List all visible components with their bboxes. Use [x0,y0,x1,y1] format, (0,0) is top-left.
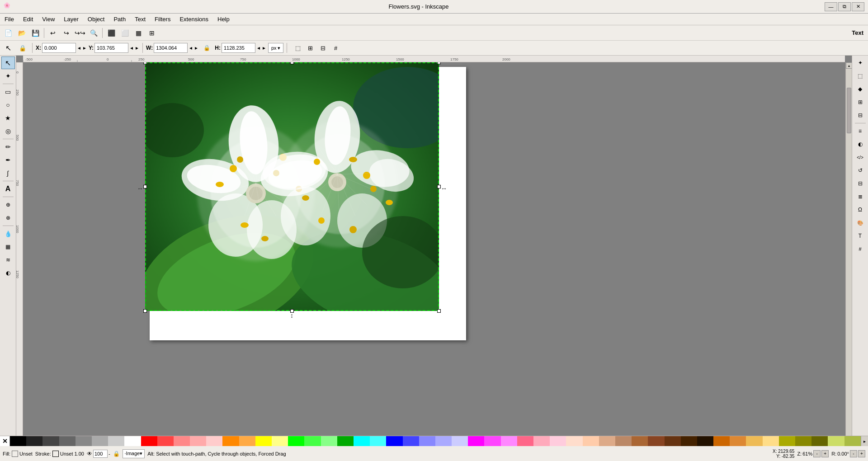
node-edit-tool-button[interactable]: ✦ [1,70,15,82]
vscroll-thumb[interactable] [847,88,851,133]
right-panel-btn-12[interactable]: Ω [854,203,867,216]
w-increment[interactable]: ▸ [194,45,198,51]
align-left-button[interactable]: ⬛ [105,27,118,39]
y-increment[interactable]: ▸ [135,45,139,51]
vscroll-up[interactable]: ▴ [846,62,852,69]
right-panel-btn-15[interactable]: # [854,243,867,255]
handle-bot-right[interactable] [437,309,441,313]
transform-btn-1[interactable]: ⬚ [292,42,304,53]
h-increment[interactable]: ▸ [262,45,266,51]
opacity-input[interactable] [93,450,108,458]
transform-btn-4[interactable]: # [330,42,342,53]
menu-text[interactable]: Text [130,14,150,25]
handle-top-left[interactable] [143,62,147,64]
handle-top-center[interactable] [290,62,294,64]
spray-tool-button[interactable]: ⊕ [1,198,15,211]
right-panel-btn-2[interactable]: ⬚ [854,70,867,82]
handle-mid-right[interactable] [437,185,441,188]
close-button[interactable]: ✕ [852,2,864,11]
text-tool-button[interactable]: A [1,183,15,195]
flower-image[interactable]: ↕ ↔ ↔ ↕ [145,62,439,311]
stroke-swatch[interactable] [52,451,59,457]
rotate-decrement[interactable]: - [850,450,857,457]
right-panel-btn-8[interactable]: </> [854,151,867,164]
w-decrement[interactable]: ◂ [189,45,193,51]
image-type-selector[interactable]: ·Image▾ [123,449,145,458]
y-input[interactable] [94,43,128,53]
right-panel-btn-5[interactable]: ⊟ [854,109,867,122]
palette-scroll-right[interactable]: ▸ [861,436,868,446]
arrow-right[interactable]: ↔ [441,185,447,192]
align-top-button[interactable]: ⊞ [146,27,158,39]
zoom-increment[interactable]: + [821,450,829,457]
arrow-left[interactable]: ↔ [137,185,143,192]
menu-layer[interactable]: Layer [59,14,83,25]
zoom-button[interactable]: 🔍 [87,27,100,39]
menu-edit[interactable]: Edit [19,14,38,25]
unit-selector[interactable]: px ▾ [268,43,283,53]
lock-button[interactable]: 🔒 [16,42,29,54]
x-increment[interactable]: ▸ [82,45,87,51]
handle-mid-left[interactable] [143,185,147,188]
eyedropper-button[interactable]: 💧 [1,227,15,240]
right-panel-btn-11[interactable]: ≣ [854,190,867,203]
star-tool-button[interactable]: ★ [1,112,15,124]
h-input[interactable] [222,43,255,53]
right-panel-btn-4[interactable]: ⊞ [854,96,867,108]
menu-path[interactable]: Path [109,14,130,25]
handle-top-right[interactable] [437,62,441,64]
no-color-button[interactable]: ✕ [0,436,10,446]
menu-filters[interactable]: Filters [150,14,175,25]
spiral-tool-button[interactable]: ◎ [1,125,15,137]
fill-indicator[interactable]: Fill: Unset [3,451,33,457]
menu-extensions[interactable]: Extensions [175,14,213,25]
paint-tool-button[interactable]: ▦ [1,240,15,253]
lock-aspect-button[interactable]: 🔒 [200,42,213,54]
calligraphy-tool-button[interactable]: ∫ [1,167,15,179]
vertical-scrollbar[interactable]: ▴ ▾ [845,62,852,455]
right-panel-btn-10[interactable]: ⊟ [854,177,867,190]
right-panel-btn-13[interactable]: 🎨 [854,216,867,229]
redo2-button[interactable]: ↪↪ [74,27,86,39]
new-button[interactable]: 📄 [2,27,14,39]
paint-bucket-button[interactable]: ⊗ [1,212,15,224]
select-indicator[interactable]: ↖ [2,42,14,54]
handle-bot-left[interactable] [143,309,147,313]
vscroll-track[interactable] [846,69,852,449]
menu-help[interactable]: Help [213,14,234,25]
smudge-tool-button[interactable]: ≋ [1,254,15,266]
x-input[interactable] [42,43,76,53]
right-panel-btn-3[interactable]: ◆ [854,83,867,95]
maximize-button[interactable]: ⧉ [838,2,851,11]
stroke-indicator[interactable]: Stroke: Unset 1.00 [35,451,84,457]
select-tool-button[interactable]: ↖ [1,56,15,69]
transform-btn-3[interactable]: ⊟ [317,42,329,53]
menu-view[interactable]: View [38,14,59,25]
arrow-bottom[interactable]: ↕ [290,312,293,319]
canvas-viewport[interactable]: ↕ ↔ ↔ ↕ [23,62,845,455]
rect-tool-button[interactable]: ▭ [1,85,15,98]
y-decrement[interactable]: ◂ [129,45,134,51]
right-panel-btn-1[interactable]: ✦ [854,56,867,69]
menu-file[interactable]: File [0,14,19,25]
align-right-button[interactable]: ▦ [132,27,145,39]
right-panel-btn-14[interactable]: T [854,230,867,242]
x-decrement[interactable]: ◂ [77,45,81,51]
align-center-button[interactable]: ⬜ [118,27,131,39]
undo-button[interactable]: ↩ [47,27,59,39]
menu-object[interactable]: Object [83,14,109,25]
right-panel-btn-7[interactable]: ◐ [854,138,867,151]
save-button[interactable]: 💾 [29,27,42,39]
transform-btn-2[interactable]: ⊞ [305,42,316,53]
gradient-tool-button[interactable]: ◐ [1,267,15,279]
open-button[interactable]: 📂 [15,27,28,39]
w-input[interactable] [154,43,188,53]
fill-swatch[interactable] [12,451,18,457]
right-panel-btn-9[interactable]: ↺ [854,164,867,177]
color-palette[interactable] [10,436,861,446]
minimize-button[interactable]: — [825,2,837,11]
bezier-tool-button[interactable]: ✒ [1,154,15,166]
pencil-tool-button[interactable]: ✏ [1,141,15,153]
zoom-decrement[interactable]: - [813,450,821,457]
circle-tool-button[interactable]: ○ [1,99,15,111]
